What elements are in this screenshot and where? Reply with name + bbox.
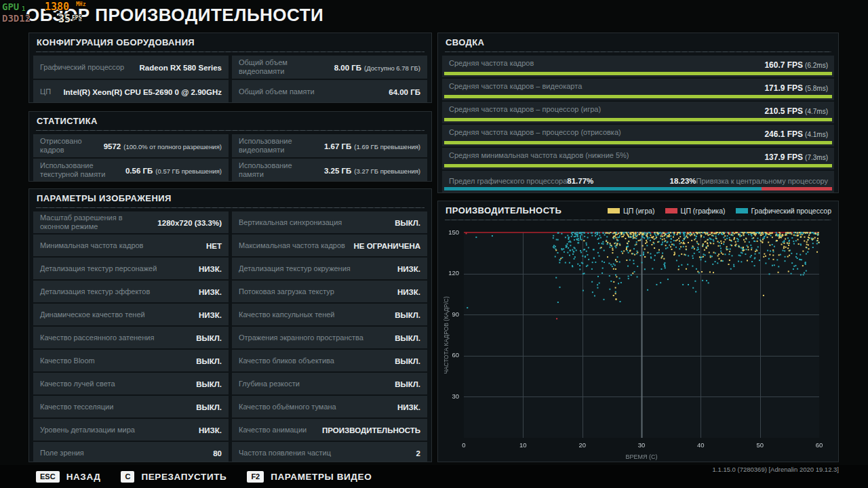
setting-value: НИЗК. <box>199 311 222 319</box>
legend-swatch <box>665 208 677 214</box>
keycap: ESC <box>36 471 60 483</box>
chart-legend: ЦП (игра) ЦП (графика) Графический проце… <box>608 207 831 215</box>
setting-label: Качество капсульных теней <box>239 310 340 319</box>
setting-value: 868x488 (33.3%) <box>157 219 222 227</box>
summary-fps-value: 171.9 FPS <box>764 83 803 93</box>
stat-value: 9572 <box>104 142 121 150</box>
setting-label: Глубина резкости <box>239 380 305 388</box>
config-value: Intel(R) Xeon(R) CPU E5-2690 0 @ 2.90GHz <box>63 88 222 96</box>
summary-fps-value: 160.7 FPS <box>764 60 803 70</box>
panel-title: КОНФИГУРАЦИЯ ОБОРУДОВАНИЯ <box>29 33 431 52</box>
legend-label: ЦП (графика) <box>681 207 726 215</box>
setting-cell: Максимальная частота кадров НЕ ОГРАНИЧЕН… <box>232 235 427 256</box>
setting-label: Качество рассеянного затенения <box>40 333 159 342</box>
summary-frametime: (6.2ms) <box>805 62 828 69</box>
stat-cell: Использование памяти 3.25 ГБ(3.27 ГБ пре… <box>232 159 427 182</box>
setting-cell: Отражения экранного пространства ВЫКЛ. <box>232 327 427 348</box>
setting-cell: Качество бликов объектива ВЫКЛ. <box>232 350 427 371</box>
stat-cell: Использование текстурной памяти 0.56 ГБ(… <box>33 159 229 182</box>
key-hint[interactable]: C ПЕРЕЗАПУСТИТЬ <box>121 471 226 483</box>
config-label: Общий объем памяти <box>239 87 320 96</box>
setting-cell: Масштаб разрешения в оконном режиме 1280… <box>33 211 229 233</box>
setting-cell: Детализация текстур эффектов НИЗК. <box>33 281 229 302</box>
setting-label: Качество объёмного тумана <box>239 403 342 411</box>
setting-cell: Поле зрения 80 <box>33 442 229 462</box>
config-suffix: (Доступно 6.78 ГБ) <box>364 64 420 72</box>
osd-gpu-index: 1 <box>22 5 25 12</box>
summary-label: Средняя частота кадров – процессор (отри… <box>449 128 621 136</box>
stat-value: 1.67 ГБ <box>324 142 351 150</box>
setting-label: Качество тесселяции <box>40 403 119 411</box>
performance-chart-canvas <box>438 222 838 461</box>
fps-bar <box>444 95 832 98</box>
legend-item: ЦП (графика) <box>665 207 726 215</box>
stat-label: Использование памяти <box>239 161 324 179</box>
fps-bar <box>444 72 832 75</box>
stats-grid: Отрисовано кадров 9572(100.0% от полного… <box>29 131 431 182</box>
config-cell: ЦП Intel(R) Xeon(R) CPU E5-2690 0 @ 2.90… <box>33 80 229 103</box>
summary-list: Средняя частота кадров 160.7 FPS(6.2ms) … <box>438 52 838 169</box>
setting-label: Максимальная частота кадров <box>239 241 351 250</box>
setting-value: НИЗК. <box>199 288 222 296</box>
summary-frametime: (4.1ms) <box>805 131 828 138</box>
key-hint-label: ПЕРЕЗАПУСТИТЬ <box>141 472 226 482</box>
stat-suffix: (0.57 ГБ превышения) <box>155 167 222 175</box>
setting-label: Детализация текстур эффектов <box>40 287 155 296</box>
setting-label: Уровень детализации мира <box>40 426 140 434</box>
setting-cell: Качество тесселяции ВЫКЛ. <box>33 396 229 418</box>
keycap: C <box>121 471 134 483</box>
setting-label: Поле зрения <box>40 449 90 458</box>
setting-value: ВЫКЛ. <box>395 311 420 319</box>
setting-label: Масштаб разрешения в оконном режиме <box>40 214 157 231</box>
summary-row: Средняя частота кадров – процессор (отри… <box>442 125 834 146</box>
image-params-grid: Масштаб разрешения в оконном режиме 1280… <box>29 208 431 462</box>
panel-statistics: СТАТИСТИКА Отрисовано кадров 9572(100.0%… <box>28 111 432 182</box>
keycap: F2 <box>247 471 264 483</box>
legend-label: ЦП (игра) <box>623 207 655 215</box>
setting-cell: Детализация текстур персонажей НИЗК. <box>33 258 229 279</box>
setting-cell: Качество анимации ПРОИЗВОДИТЕЛЬНОСТЬ <box>232 419 427 441</box>
gpu-bound-row: Предел графического процессора81.77% 18.… <box>442 171 834 192</box>
setting-label: Динамическое качество теней <box>40 310 151 319</box>
summary-label: Средняя частота кадров <box>449 59 534 67</box>
stat-cell: Использование видеопамяти 1.67 ГБ(1.69 Г… <box>232 134 427 157</box>
config-label: Общий объем видеопамяти <box>239 58 334 76</box>
setting-value: 2 <box>416 449 420 458</box>
summary-label: Средняя минимальная частота кадров (нижн… <box>449 151 629 159</box>
legend-item: ЦП (игра) <box>608 207 655 215</box>
setting-cell: Качество объёмного тумана НИЗК. <box>232 396 427 418</box>
summary-frametime: (5.8ms) <box>805 85 828 92</box>
setting-value: НЕ ОГРАНИЧЕНА <box>353 242 420 250</box>
setting-value: НИЗК. <box>397 265 420 273</box>
cpu-bound-percent: 18.23% <box>670 177 696 185</box>
setting-cell: Уровень детализации мира НИЗК. <box>33 419 229 441</box>
setting-label: Детализация текстур окружения <box>239 264 356 273</box>
cpu-bound-label: Привязка к центральному процессору <box>696 177 828 185</box>
config-value: Radeon RX 580 Series <box>140 64 222 72</box>
key-hint[interactable]: ESC НАЗАД <box>36 471 100 483</box>
legend-label: Графический процессор <box>751 207 831 215</box>
setting-label: Детализация текстур персонажей <box>40 264 162 273</box>
setting-value: ВЫКЛ. <box>395 380 420 388</box>
cpu-bound-segment <box>762 187 832 190</box>
osd-fps-unit: FPS <box>72 15 81 21</box>
setting-value: ВЫКЛ. <box>395 334 420 342</box>
setting-label: Качество бликов объектива <box>239 357 340 365</box>
fps-bar <box>444 141 832 144</box>
key-hint[interactable]: F2 ПАРАМЕТРЫ ВИДЕО <box>247 471 372 483</box>
setting-value: ВЫКЛ. <box>196 380 222 388</box>
config-value: 64.00 ГБ <box>389 88 420 96</box>
setting-label: Вертикальная синхронизация <box>239 218 347 227</box>
setting-value: НИЗК. <box>397 288 420 296</box>
setting-cell: Частота появления частиц 2 <box>232 442 427 462</box>
legend-item: Графический процессор <box>736 207 831 215</box>
setting-cell: Качество капсульных теней ВЫКЛ. <box>232 304 427 325</box>
setting-cell: Качество лучей света ВЫКЛ. <box>33 373 229 394</box>
config-label: ЦП <box>40 87 56 96</box>
divider <box>445 220 831 220</box>
hardware-grid: Графический процессор Radeon RX 580 Seri… <box>29 52 431 103</box>
setting-cell: Глубина резкости ВЫКЛ. <box>232 373 427 394</box>
osd-gpu-clock: 1380 <box>45 1 69 13</box>
summary-fps-value: 137.9 FPS <box>764 152 803 162</box>
stat-suffix: (100.0% от полного разрешения) <box>123 143 222 150</box>
